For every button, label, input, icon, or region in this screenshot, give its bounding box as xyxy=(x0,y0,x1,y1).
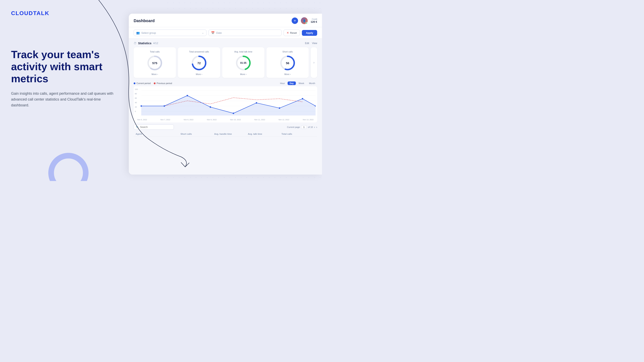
logo: CloudTalk xyxy=(11,10,122,16)
pagination: Current page of 10 ‹ › xyxy=(287,125,317,129)
date-text: Date xyxy=(216,31,222,34)
filter-row: 👥 Select group ⌄ 📅 Date ✕ Reset Apply xyxy=(129,27,322,39)
stats-title: Statistics xyxy=(138,41,152,45)
legend-previous: Previous period xyxy=(154,82,172,84)
dashboard-header: Dashboard + 👤 Credit 120 € xyxy=(129,14,322,27)
table-section: 🔍 Current page of 10 ‹ › Agent Short cal… xyxy=(129,122,322,137)
chart-section: Current period Previous period Hour Day … xyxy=(129,79,322,122)
col-handle-time: Avg. handle time xyxy=(214,133,248,135)
apply-button[interactable]: Apply xyxy=(302,30,317,36)
stat-title-short-calls: Short calls xyxy=(282,50,292,53)
svg-point-19 xyxy=(233,113,234,114)
time-buttons: Hour Day Week Month xyxy=(278,81,317,85)
donut-total-calls: 575 xyxy=(147,55,163,71)
col-agent: Agent xyxy=(136,133,180,135)
search-wrap[interactable]: 🔍 xyxy=(134,124,174,130)
chart-legend: Current period Previous period xyxy=(134,82,172,84)
chevron-right-icon: › xyxy=(313,61,314,64)
legend-dot-current xyxy=(134,82,136,84)
svg-point-15 xyxy=(140,105,142,107)
logo-text: CloudTalk xyxy=(11,10,49,16)
donut-short-calls: 56 xyxy=(280,55,296,71)
page-input[interactable] xyxy=(301,125,307,129)
reset-button[interactable]: ✕ Reset xyxy=(284,29,300,36)
svg-point-18 xyxy=(210,106,211,108)
date-picker[interactable]: 📅 Date xyxy=(208,29,281,36)
search-input[interactable] xyxy=(140,126,170,128)
month-button[interactable]: Month xyxy=(307,81,317,85)
hour-button[interactable]: Hour xyxy=(278,81,287,85)
select-group-dropdown[interactable]: 👥 Select group ⌄ xyxy=(134,29,206,36)
stats-header: ⏱ Statistics 4/12 Edit View xyxy=(134,41,317,45)
chart-x-labels: Nov 6, 2022 Nov 7, 2022 Nov 8, 2022 Nov … xyxy=(135,119,316,121)
stat-card-short-calls: Short calls 56 More xyxy=(266,47,309,78)
edit-button[interactable]: Edit xyxy=(305,42,309,45)
close-icon: ✕ xyxy=(286,31,289,34)
of-label: of 10 xyxy=(308,126,313,128)
chart-area: 100 80 60 40 20 0 xyxy=(134,86,317,122)
stat-card-answered: Total answered calls 72 More xyxy=(178,47,220,78)
dashboard-title: Dashboard xyxy=(134,18,154,23)
credit-label: Credit xyxy=(310,18,317,20)
select-group-text: Select group xyxy=(141,31,200,34)
avatar-wrapper: 👤 xyxy=(301,17,308,24)
legend-previous-label: Previous period xyxy=(156,82,172,84)
headline: Track your team's activity with smart me… xyxy=(11,49,122,85)
credit-value: 120 € xyxy=(310,20,317,23)
chevron-down-icon: ⌄ xyxy=(202,31,204,34)
legend-dot-previous xyxy=(154,82,156,84)
chart-svg xyxy=(135,88,316,117)
stat-card-talk-time: Avg. total talk time 01:35 More xyxy=(222,47,264,78)
dashboard-panel: Dashboard + 👤 Credit 120 € 👥 Select grou… xyxy=(129,14,322,175)
credit-info: Credit 120 € xyxy=(310,18,317,23)
table-header: Agent Short calls Avg. handle time Avg. … xyxy=(134,131,317,137)
col-total-calls: Total calls xyxy=(282,133,315,135)
col-short-calls: Short calls xyxy=(180,133,214,135)
day-button[interactable]: Day xyxy=(288,81,296,85)
more-short-calls[interactable]: More xyxy=(284,73,291,75)
svg-point-22 xyxy=(302,98,303,99)
calendar-icon: 📅 xyxy=(211,31,214,34)
subtext: Gain insights into calls, agent performa… xyxy=(11,91,116,108)
stats-title-row: ⏱ Statistics 4/12 xyxy=(134,41,158,45)
stat-value-talk-time: 01:35 xyxy=(240,61,246,64)
stat-card-total-calls: Total calls 575 More xyxy=(134,47,176,78)
more-answered[interactable]: More xyxy=(196,73,202,75)
svg-point-16 xyxy=(164,105,165,107)
more-talk-time[interactable]: More xyxy=(240,73,246,75)
chart-y-labels: 100 80 60 40 20 0 xyxy=(135,88,138,112)
search-icon: 🔍 xyxy=(136,126,139,128)
legend-current: Current period xyxy=(134,82,150,84)
col-talk-time: Avg. talk time xyxy=(248,133,282,135)
more-total-calls[interactable]: More xyxy=(152,73,158,75)
stats-count: 4/12 xyxy=(153,42,158,45)
legend-current-label: Current period xyxy=(136,82,150,84)
stat-title-total-calls: Total calls xyxy=(150,50,160,53)
next-stats-button[interactable]: › xyxy=(311,47,317,78)
clock-icon: ⏱ xyxy=(134,42,136,45)
stat-title-answered: Total answered calls xyxy=(189,50,209,53)
stats-actions: Edit View xyxy=(305,42,317,45)
online-indicator xyxy=(306,22,308,24)
add-button[interactable]: + xyxy=(292,17,298,24)
donut-answered: 72 xyxy=(191,55,207,71)
left-panel: CloudTalk Track your team's activity wit… xyxy=(0,0,133,181)
week-button[interactable]: Week xyxy=(297,81,306,85)
svg-point-20 xyxy=(256,102,257,104)
svg-marker-14 xyxy=(141,95,316,115)
table-controls: 🔍 Current page of 10 ‹ › xyxy=(134,124,317,130)
reset-label: Reset xyxy=(290,31,297,34)
header-actions: + 👤 Credit 120 € xyxy=(292,17,317,24)
stat-value-answered: 72 xyxy=(198,61,201,65)
stat-value-short-calls: 56 xyxy=(286,61,290,65)
svg-point-21 xyxy=(279,107,280,109)
donut-talk-time: 01:35 xyxy=(235,55,251,71)
view-button[interactable]: View xyxy=(312,42,317,45)
stat-value-total-calls: 575 xyxy=(152,61,157,65)
statistics-section: ⏱ Statistics 4/12 Edit View Total calls … xyxy=(129,39,322,79)
stat-title-talk-time: Avg. total talk time xyxy=(234,50,252,53)
stat-cards: Total calls 575 More Total answered call… xyxy=(134,47,317,78)
next-page-button[interactable]: › xyxy=(316,125,317,129)
prev-page-button[interactable]: ‹ xyxy=(314,125,315,129)
current-page-label: Current page xyxy=(287,126,300,128)
